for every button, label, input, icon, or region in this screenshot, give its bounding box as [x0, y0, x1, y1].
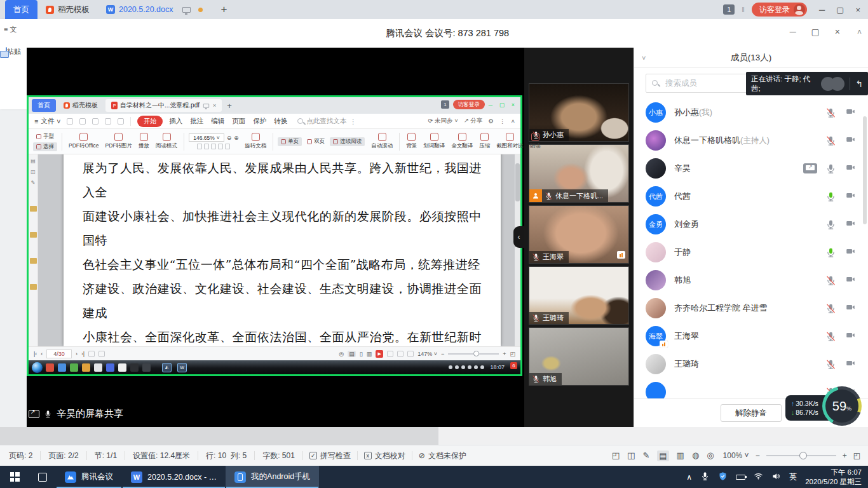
paste-button[interactable]: 粘贴	[0, 47, 27, 57]
double-page-icon[interactable]: ▥	[367, 351, 372, 357]
last-page-button[interactable]: ›|	[81, 351, 85, 357]
view-mode-button[interactable]: 连续阅读	[330, 137, 365, 146]
tool-button[interactable]: 背景	[404, 133, 419, 150]
wps-app-icon[interactable]: W	[178, 363, 186, 372]
wifi-icon[interactable]	[754, 471, 763, 483]
tool-button[interactable]: 手型	[33, 132, 57, 141]
security-shield-icon[interactable]	[718, 471, 728, 483]
menu-item[interactable]: 页面	[232, 117, 245, 126]
zoom-out-button[interactable]: −	[756, 451, 760, 460]
spellcheck-status[interactable]: ✓拼写检查	[309, 451, 351, 461]
tray-icon[interactable]	[474, 365, 478, 369]
member-row[interactable]: 齐齐哈尔工程学院 牟进雪	[634, 294, 868, 322]
camera-icon[interactable]	[844, 330, 857, 342]
minimize-button[interactable]: ─	[819, 5, 825, 15]
autoscroll-button[interactable]: 自动滚动	[369, 133, 395, 150]
member-row[interactable]: 海翠 王海翠	[634, 322, 868, 350]
guest-login-button[interactable]: 访客登录	[453, 100, 485, 109]
annotate-icon[interactable]: ✎	[31, 180, 36, 186]
play-slideshow-icon[interactable]: ▶	[376, 350, 383, 358]
view-icon[interactable]: ◰	[612, 451, 620, 461]
thumbnail-icon[interactable]: ◫	[31, 169, 36, 175]
mic-icon[interactable]	[825, 135, 836, 146]
menu-start[interactable]: 开始	[137, 116, 163, 127]
reply-arrow-icon[interactable]: ↰	[855, 79, 863, 89]
camera-icon[interactable]	[844, 247, 857, 259]
protection-status[interactable]: ⊘文档未保护	[419, 451, 466, 461]
collapse-chevron-icon[interactable]: ˄	[857, 28, 862, 37]
member-row[interactable]: 金勇 刘金勇	[634, 210, 868, 238]
tray-expand-icon[interactable]: ∧	[686, 473, 692, 482]
tool-button[interactable]: 划词翻译	[421, 133, 447, 150]
menu-item[interactable]: 编辑	[211, 117, 224, 126]
video-tile[interactable]: 韩旭	[529, 327, 629, 386]
status-item[interactable]: 设置值: 12.4厘米	[132, 451, 191, 461]
pdf-page[interactable]: 展为了人民、发展依靠人民、发展成果由人民共享。跨入新世纪，我国进入全面建设小康社…	[64, 154, 501, 346]
tool-button[interactable]: 截图和对比	[494, 133, 526, 150]
zoom-out-icon[interactable]: ⊖	[227, 135, 231, 141]
camera-icon[interactable]	[844, 191, 857, 203]
pdf-zoom-value[interactable]: 147% ˅	[417, 351, 437, 357]
taskbar-app-icon[interactable]	[82, 363, 90, 372]
file-menu-partial[interactable]: ≡ 文	[4, 25, 17, 34]
mic-icon[interactable]	[825, 163, 836, 174]
status-item[interactable]: 页面: 2/2	[47, 451, 79, 461]
mic-icon[interactable]	[825, 359, 836, 370]
meeting-close-button[interactable]: ×	[835, 27, 840, 37]
video-tile[interactable]: 孙小惠	[529, 83, 629, 142]
menu-item[interactable]: 保护	[253, 117, 266, 126]
taskbar-app-android[interactable]: 我的Android手机	[226, 466, 319, 488]
mic-icon[interactable]	[825, 107, 836, 118]
meeting-maximize-button[interactable]: ▢	[811, 27, 820, 37]
view-icon[interactable]	[397, 351, 403, 357]
zoom-slider[interactable]	[766, 455, 836, 456]
tool-button[interactable]: 播放	[137, 133, 151, 150]
print-icon[interactable]	[92, 118, 98, 125]
first-page-button[interactable]: |‹	[34, 351, 37, 357]
next-page-button[interactable]: ›	[76, 351, 78, 357]
camera-icon[interactable]	[844, 107, 857, 119]
open-icon[interactable]	[67, 118, 73, 125]
pdf-scrollbar[interactable]	[515, 154, 520, 346]
proofread-status[interactable]: x文档校对	[364, 451, 405, 461]
page-icon[interactable]	[88, 351, 95, 357]
member-row[interactable]: 于静	[634, 238, 868, 266]
shared-new-tab-button[interactable]: +	[224, 101, 235, 111]
battery-icon[interactable]	[736, 475, 745, 480]
guest-login-button[interactable]: 访客登录	[752, 3, 807, 17]
member-row[interactable]: 代茜 代茜	[634, 182, 868, 210]
status-item[interactable]: 页码: 2	[8, 451, 34, 461]
camera-icon[interactable]	[844, 219, 857, 231]
taskbar-app-icon[interactable]	[106, 363, 114, 372]
taskbar-app-icon[interactable]	[94, 363, 102, 372]
video-tile[interactable]: 王海翠	[529, 205, 629, 264]
taskbar-app-icon[interactable]	[130, 363, 139, 372]
fit-page-icon[interactable]: ◰	[853, 451, 860, 460]
zoom-slider[interactable]	[448, 353, 499, 355]
speaker-icon[interactable]	[771, 471, 781, 483]
tool-button[interactable]: 朗读	[528, 133, 543, 150]
tray-icon[interactable]	[461, 365, 465, 369]
member-row[interactable]: 休息一下格叽格叽 (主持人)	[634, 126, 868, 154]
view-icon[interactable]: ▥	[677, 451, 684, 461]
file-menu[interactable]: ≡ 文件 ˅	[34, 117, 60, 126]
camera-icon[interactable]	[844, 274, 857, 287]
taskbar-app-docx[interactable]: W 2020.5.20.docx - …	[122, 466, 226, 488]
meeting-app-icon[interactable]: ◭	[163, 363, 171, 372]
member-row[interactable]: 韩旭	[634, 266, 868, 294]
mic-icon[interactable]	[825, 247, 836, 258]
camera-icon[interactable]	[844, 163, 857, 175]
view-icon[interactable]	[407, 351, 414, 357]
page-icon[interactable]	[98, 351, 105, 357]
taskbar-app-icon[interactable]	[118, 363, 126, 372]
menu-item[interactable]: 插入	[169, 117, 182, 126]
restore-button[interactable]: ▢	[836, 5, 844, 15]
menu-item[interactable]: 批注	[190, 117, 203, 126]
view-mode-button[interactable]: 单页	[278, 137, 302, 146]
zoom-in-button[interactable]: +	[503, 351, 506, 357]
view-icon[interactable]: ◎	[707, 451, 714, 461]
chevron-down-icon[interactable]: ˅	[642, 54, 646, 62]
tray-mic-icon[interactable]	[700, 471, 710, 483]
view-icon[interactable]: ✎	[642, 451, 649, 461]
shared-tab-docer[interactable]: 稻壳模板	[58, 99, 104, 112]
